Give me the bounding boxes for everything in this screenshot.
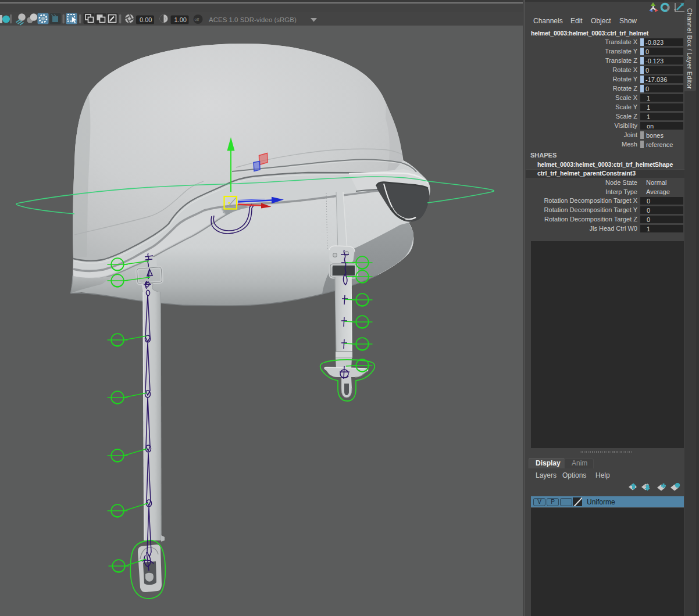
svg-text:ACES 1.0 SDR-video (sRGB): ACES 1.0 SDR-video (sRGB) (209, 16, 297, 23)
svg-text:otf: otf (195, 17, 199, 22)
svg-text:1.00: 1.00 (174, 16, 187, 23)
svg-text:0.00: 0.00 (140, 16, 152, 23)
